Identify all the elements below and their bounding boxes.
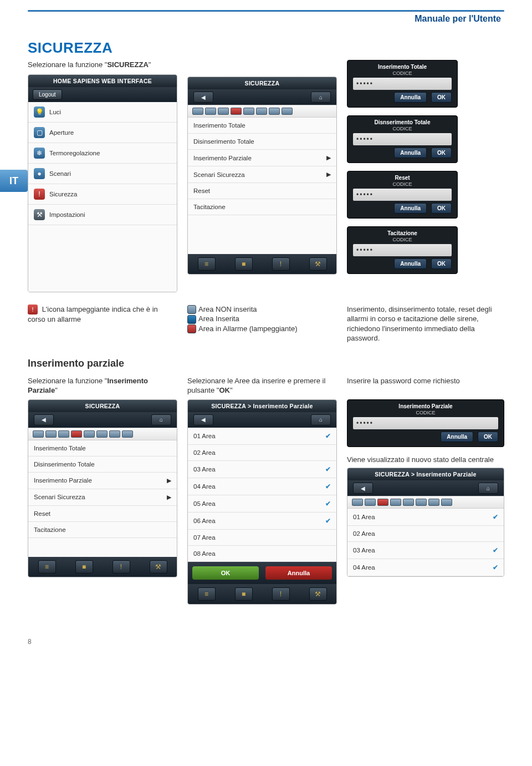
check-icon: ✔ [493, 564, 498, 571]
legend: Area NON inserita Area Inserita Area in … [187, 305, 337, 334]
back-button[interactable]: ◀ [193, 92, 213, 103]
area-row[interactable]: 02 Area [188, 445, 336, 461]
cancel-button[interactable]: Annulla [394, 258, 427, 269]
security-item[interactable]: Inserimento Parziale▶ [28, 473, 177, 489]
back-button[interactable]: ◀ [353, 483, 373, 494]
cancel-button[interactable]: Annulla [441, 432, 473, 442]
ok-button[interactable]: OK [192, 566, 259, 580]
ok-button[interactable]: OK [431, 92, 452, 103]
code-title: Reset [353, 175, 452, 181]
area-row: 03 Area✔ [347, 542, 504, 559]
area-label: 07 Area [193, 534, 331, 541]
code-title: Tacitazione [353, 230, 452, 236]
header-breadcrumb: Manuale per l'Utente [28, 14, 501, 24]
result-caption: Viene visualizzato il nuovo stato della … [347, 455, 504, 465]
footer-icon[interactable]: ■ [75, 560, 93, 574]
footer-icon[interactable]: ≡ [38, 560, 56, 574]
blink-note: ! L'icona lampeggiante indica che è in c… [28, 305, 177, 324]
security-item[interactable]: Tacitazione [188, 199, 336, 215]
area-row[interactable]: 07 Area [188, 530, 336, 546]
cancel-button[interactable]: Annulla [265, 566, 332, 580]
code-title: Inserimento Totale [353, 64, 452, 70]
back-button[interactable]: ◀ [34, 414, 54, 425]
area-row[interactable]: 06 Area✔ [188, 513, 336, 530]
menu-item-impostazioni[interactable]: ⚒Impostazioni [28, 205, 177, 225]
security-panel: SICUREZZA ◀ ⌂ Inserimento TotaleDisinser… [187, 77, 337, 275]
cancel-button[interactable]: Annulla [394, 203, 427, 214]
explanation: Inserimento, disinserimento totale, rese… [347, 305, 504, 343]
footer-icon[interactable]: ! [272, 257, 290, 271]
security-item[interactable]: Reset [28, 506, 177, 522]
security-item[interactable]: Inserimento Totale [188, 118, 336, 134]
menu-item-scenari[interactable]: ●Scenari [28, 164, 177, 184]
alarm-icon: ! [28, 305, 38, 314]
menu-item-termoregolazione[interactable]: ❄Termoregolazione [28, 143, 177, 164]
area-row[interactable]: 01 Area✔ [188, 428, 336, 445]
code-title: Disnserimento Totale [353, 119, 452, 125]
item-label: Scenari Sicurezza [34, 494, 167, 500]
area-row: 02 Area [347, 526, 504, 542]
home-button[interactable]: ⌂ [151, 414, 171, 425]
area-label: 03 Area [193, 466, 325, 473]
header-rule [28, 10, 504, 12]
security-item[interactable]: Inserimento Totale [28, 440, 177, 456]
security-item[interactable]: Disinserimento Totale [28, 456, 177, 473]
code-sub: CODICE [353, 70, 452, 76]
footer-icon[interactable]: ! [272, 587, 290, 601]
area-row[interactable]: 05 Area✔ [188, 495, 336, 513]
back-button[interactable]: ◀ [193, 414, 213, 425]
security-item[interactable]: Scenari Sicurezza▶ [188, 166, 336, 183]
code-popup: ResetCODICE•••••AnnullaOK [347, 171, 458, 219]
ok-button[interactable]: OK [431, 203, 452, 214]
language-tab: IT [0, 170, 28, 192]
security-item[interactable]: Reset [188, 183, 336, 199]
footer-icon[interactable]: ■ [235, 587, 253, 601]
code-input[interactable]: ••••• [353, 78, 452, 90]
area-row[interactable]: 08 Area [188, 546, 336, 562]
menu-item-aperture[interactable]: ▢Aperture [28, 123, 177, 143]
check-icon: ✔ [325, 500, 331, 508]
security-panel-2: SICUREZZA ◀⌂ Inserimento TotaleDisinseri… [28, 399, 177, 577]
code-input[interactable]: ••••• [353, 189, 452, 201]
footer-icon[interactable]: ■ [235, 257, 253, 271]
home-button[interactable]: ⌂ [478, 483, 498, 494]
home-button[interactable]: ⌂ [311, 92, 331, 103]
footer-icon[interactable]: ≡ [198, 257, 216, 271]
menu-item-luci[interactable]: 💡Luci [28, 102, 177, 123]
code-input[interactable]: ••••• [353, 133, 452, 145]
cancel-button[interactable]: Annulla [394, 92, 427, 103]
item-label: Tacitazione [34, 526, 171, 533]
footer-icon[interactable]: ⚒ [309, 587, 327, 601]
footer-icon[interactable]: ! [112, 560, 130, 574]
item-label: Disinserimento Totale [34, 461, 171, 468]
check-icon: ✔ [325, 465, 331, 473]
home-button[interactable]: ⌂ [311, 414, 331, 425]
chevron-right-icon: ▶ [167, 494, 171, 501]
ok-button[interactable]: OK [431, 258, 452, 269]
cancel-button[interactable]: Annulla [394, 148, 427, 158]
item-label: Inserimento Parziale [193, 155, 326, 161]
check-icon: ✔ [325, 517, 331, 525]
settings-icon: ⚒ [34, 209, 45, 220]
area-row[interactable]: 04 Area✔ [188, 478, 336, 495]
security-item[interactable]: Inserimento Parziale▶ [188, 150, 336, 166]
area-label: 06 Area [193, 518, 325, 524]
logout-button[interactable]: Logout [33, 89, 62, 100]
menu-item-sicurezza[interactable]: !Sicurezza [28, 184, 177, 205]
footer-icon[interactable]: ⚒ [309, 257, 327, 271]
code-input[interactable]: ••••• [353, 417, 498, 429]
item-label: Inserimento Totale [193, 122, 331, 129]
security-item[interactable]: Disinserimento Totale [188, 134, 336, 150]
areas-panel: SICUREZZA > Inserimento Parziale ◀⌂ 01 A… [187, 399, 337, 605]
footer-bar: ≡■!⚒ [188, 584, 336, 604]
footer-icon[interactable]: ⚒ [150, 560, 167, 574]
security-item[interactable]: Tacitazione [28, 522, 177, 538]
code-popup: Disnserimento TotaleCODICE•••••AnnullaOK [347, 115, 458, 163]
security-item[interactable]: Scenari Sicurezza▶ [28, 489, 177, 506]
result-panel-title: SICUREZZA > Inserimento Parziale [347, 468, 504, 480]
area-row[interactable]: 03 Area✔ [188, 461, 336, 478]
ok-button[interactable]: OK [478, 432, 498, 442]
code-input[interactable]: ••••• [353, 244, 452, 256]
ok-button[interactable]: OK [431, 148, 452, 158]
footer-icon[interactable]: ≡ [198, 587, 216, 601]
